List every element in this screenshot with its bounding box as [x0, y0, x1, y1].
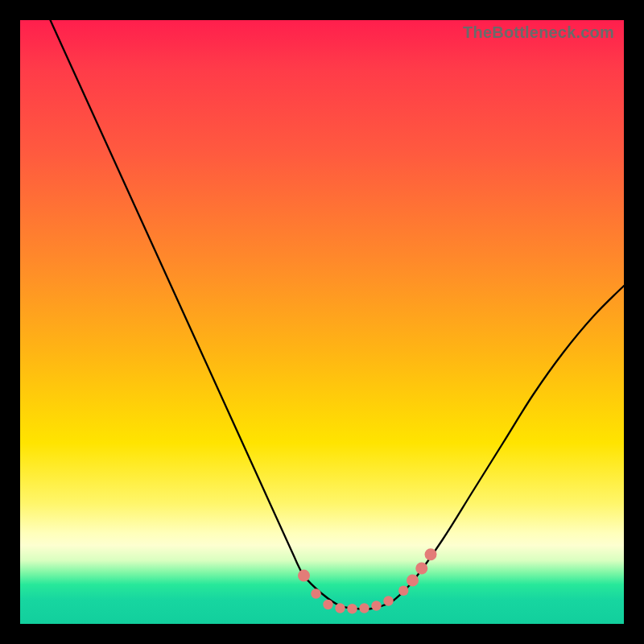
curve-marker: [359, 603, 369, 613]
curve-marker: [347, 604, 357, 613]
curve-marker: [335, 603, 345, 613]
curve-marker: [415, 563, 427, 575]
curve-marker: [298, 570, 310, 582]
curve-marker: [407, 575, 419, 587]
plot-area: TheBottleneck.com: [20, 20, 624, 624]
chart-overlay: [20, 20, 624, 624]
bottleneck-curve: [51, 20, 625, 609]
curve-marker: [323, 600, 332, 609]
curve-marker: [398, 586, 408, 596]
chart-frame: TheBottleneck.com: [0, 0, 644, 644]
curve-marker: [371, 601, 381, 610]
curve-marker: [383, 596, 393, 605]
curve-marker: [311, 588, 320, 598]
curve-marker: [425, 548, 437, 560]
marker-group: [298, 548, 437, 613]
